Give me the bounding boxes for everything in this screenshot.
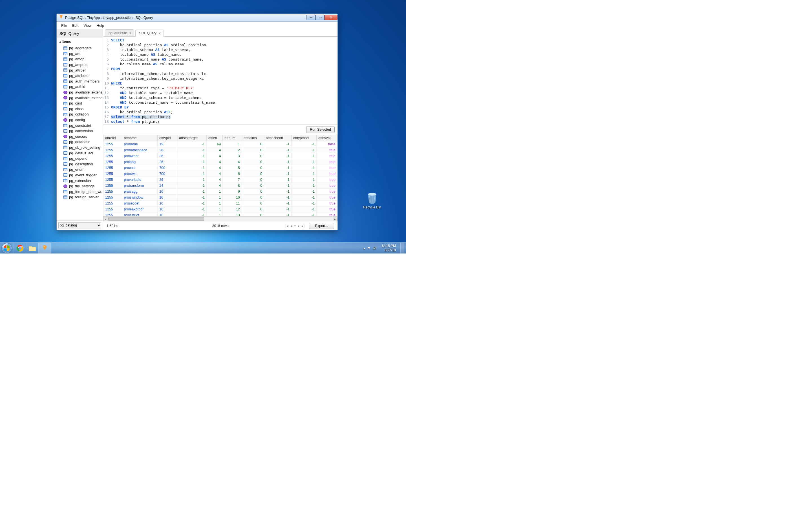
recycle-bin[interactable]: Recycle Bin	[361, 191, 384, 209]
sidebar-item[interactable]: pg_foreign_data_wrap	[63, 189, 103, 194]
start-button[interactable]	[0, 242, 13, 254]
sidebar-item[interactable]: pg_default_acl	[63, 150, 103, 156]
sidebar-item[interactable]: pg_db_role_setting	[63, 145, 103, 151]
sidebar-item[interactable]: pg_constraint	[63, 122, 103, 128]
sidebar-item-label: pg_description	[69, 162, 93, 166]
sidebar-item[interactable]: pg_available_extension	[63, 90, 103, 95]
gear-icon	[63, 135, 67, 138]
sidebar-item[interactable]: pg_aggregate	[63, 45, 103, 51]
sidebar-item[interactable]: pg_collation	[63, 112, 103, 117]
sidebar-item[interactable]: pg_class	[63, 106, 103, 112]
sidebar-item[interactable]: pg_event_trigger	[63, 172, 103, 178]
sidebar-item[interactable]: pg_am	[63, 51, 103, 57]
tray-volume-icon[interactable]: 🔊	[373, 246, 377, 250]
taskbar-clock[interactable]: 12:15 PM 8/27/18	[379, 244, 398, 252]
sidebar-item[interactable]: pg_depend	[63, 156, 103, 161]
taskbar-postgres-app[interactable]	[38, 242, 51, 254]
column-header[interactable]: attbyval	[317, 135, 338, 142]
table-icon	[63, 129, 67, 133]
sidebar-item[interactable]: pg_extension	[63, 178, 103, 183]
run-selected-button[interactable]: Run Selected	[306, 126, 335, 133]
tray-flag-icon[interactable]: ⚑	[367, 246, 370, 250]
column-header[interactable]: attcacheoff	[264, 135, 291, 142]
pager[interactable]: |◂ ◂ ▪ ▸ ▸|	[285, 224, 305, 228]
sidebar-item[interactable]: pg_description	[63, 161, 103, 167]
sidebar-item-label: pg_database	[69, 140, 90, 144]
tab[interactable]: SQL Queryx	[135, 30, 163, 37]
table-row[interactable]: 1255procost700-1450-1-1true	[103, 165, 338, 171]
taskbar-explorer[interactable]	[26, 242, 38, 254]
table-row[interactable]: 1255proisagg16-1190-1-1true	[103, 189, 338, 194]
table-row[interactable]: 1255provariadic26-1470-1-1true	[103, 177, 338, 183]
sidebar-item[interactable]: pg_amproc	[63, 62, 103, 68]
sidebar-item-label: pg_collation	[69, 112, 89, 116]
sidebar-item[interactable]: pg_cast	[63, 101, 103, 106]
minimize-button[interactable]: ─	[306, 15, 315, 20]
sidebar: SQL Query Items pg_aggregatepg_ampg_amop…	[57, 29, 103, 230]
titlebar[interactable]: PostgreSQL : TinyApp : tinyapp_productio…	[57, 14, 338, 22]
sidebar-item[interactable]: pg_attrdef	[63, 67, 103, 73]
scroll-right-icon[interactable]: ▸	[333, 217, 338, 221]
sidebar-item-label: pg_class	[69, 107, 84, 111]
gear-icon	[63, 118, 67, 122]
table-row[interactable]: 1255prosecdef16-11110-1-1true	[103, 201, 338, 207]
close-icon[interactable]: x	[159, 31, 160, 35]
column-header[interactable]: attstattarget	[177, 135, 207, 142]
scroll-left-icon[interactable]: ◂	[103, 217, 108, 221]
export-button[interactable]: Export...	[309, 223, 334, 229]
sidebar-item[interactable]: pg_attribute	[63, 73, 103, 78]
sidebar-item[interactable]: pg_conversion	[63, 128, 103, 134]
sidebar-root[interactable]: Items	[57, 38, 103, 45]
sidebar-item-label: pg_am	[69, 52, 80, 56]
sidebar-item-label: pg_constraint	[69, 123, 91, 128]
table-row[interactable]: 1255proname19-16410-1-1false	[103, 142, 338, 147]
sql-editor[interactable]: 1234567891011121314151617181920 SELECT k…	[103, 37, 338, 124]
sidebar-item[interactable]: pg_config	[63, 117, 103, 123]
table-row[interactable]: 1255proleakproof16-11120-1-1true	[103, 207, 338, 212]
column-header[interactable]: attlen	[207, 135, 223, 142]
menu-file[interactable]: File	[59, 22, 69, 29]
sidebar-item[interactable]: pg_cursors	[63, 134, 103, 139]
sidebar-item[interactable]: pg_foreign_server	[63, 194, 103, 200]
sidebar-item[interactable]: pg_available_extension	[63, 95, 103, 101]
table-icon	[63, 157, 67, 160]
sidebar-item-label: pg_foreign_data_wrap	[69, 189, 103, 194]
column-header[interactable]: attname	[122, 135, 158, 142]
taskbar-chrome[interactable]	[13, 242, 26, 254]
tab[interactable]: pg_attributex	[105, 29, 134, 36]
table-row[interactable]: 1255proowner26-1430-1-1true	[103, 153, 338, 159]
maximize-button[interactable]: ▭	[315, 15, 324, 20]
sidebar-item[interactable]: pg_enum	[63, 167, 103, 172]
table-row[interactable]: 1255pronamespace26-1420-1-1true	[103, 147, 338, 153]
sidebar-item[interactable]: pg_authid	[63, 84, 103, 90]
sidebar-item[interactable]: pg_amop	[63, 56, 103, 62]
table-row[interactable]: 1255proisstrict16-11130-1-1true	[103, 212, 338, 217]
table-row[interactable]: 1255proiswindow16-11100-1-1true	[103, 194, 338, 201]
table-row[interactable]: 1255protransform24-1480-1-1true	[103, 183, 338, 189]
close-icon[interactable]: x	[130, 31, 131, 35]
menu-view[interactable]: View	[81, 22, 94, 29]
tab-label: SQL Query	[139, 31, 156, 35]
close-button[interactable]: ✕	[324, 15, 338, 20]
menu-help[interactable]: Help	[94, 22, 106, 29]
table-row[interactable]: 1255prorows700-1460-1-1true	[103, 171, 338, 177]
sidebar-item[interactable]: pg_file_settings	[63, 183, 103, 189]
table-row[interactable]: 1255prolang26-1440-1-1true	[103, 159, 338, 165]
column-header[interactable]: attndims	[242, 135, 264, 142]
column-header[interactable]: atttypmod	[292, 135, 317, 142]
sidebar-item[interactable]: pg_database	[63, 139, 103, 145]
show-desktop-button[interactable]	[400, 242, 404, 254]
schema-select[interactable]: pg_catalog	[58, 222, 101, 228]
column-header[interactable]: atttypid	[158, 135, 177, 142]
column-header[interactable]: attrelid	[103, 135, 122, 142]
menubar: File Edit View Help	[57, 22, 338, 29]
sidebar-item-label: pg_authid	[69, 84, 85, 89]
elapsed-time: 1.691 s	[107, 224, 118, 228]
sidebar-item[interactable]: pg_auth_members	[63, 78, 103, 84]
tray-chevron-icon[interactable]: ▴	[363, 246, 365, 250]
menu-edit[interactable]: Edit	[70, 22, 81, 29]
column-header[interactable]: attnum	[223, 135, 242, 142]
main-panel: pg_attributexSQL Queryx 1234567891011121…	[103, 29, 338, 230]
horizontal-scrollbar[interactable]: ◂ ▸	[103, 216, 338, 221]
results-grid[interactable]: attrelidattnameatttypidattstattargetattl…	[103, 135, 338, 221]
